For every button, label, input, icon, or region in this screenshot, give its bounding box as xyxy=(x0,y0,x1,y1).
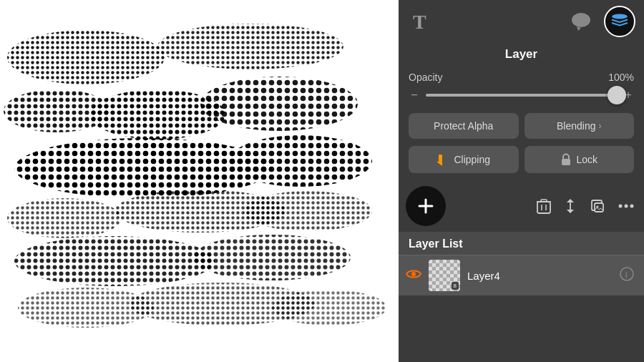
svg-point-17 xyxy=(272,290,386,326)
layer-actions xyxy=(456,198,634,214)
svg-rect-24 xyxy=(562,159,570,165)
svg-marker-34 xyxy=(567,210,574,213)
clipping-button[interactable]: Clipping xyxy=(409,146,519,173)
bottom-actions xyxy=(399,180,644,232)
svg-marker-23 xyxy=(436,162,442,166)
protect-blending-row: Protect Alpha Blending › xyxy=(399,109,644,145)
svg-marker-33 xyxy=(567,199,574,202)
svg-text:T: T xyxy=(413,11,426,31)
speech-bubble-icon[interactable] xyxy=(567,7,595,36)
layer-list-header: Layer List xyxy=(399,232,644,255)
lock-button[interactable]: Lock xyxy=(525,146,635,173)
svg-rect-27 xyxy=(537,202,550,213)
svg-point-13 xyxy=(14,236,215,286)
svg-point-12 xyxy=(243,191,372,231)
more-options-button[interactable] xyxy=(618,204,634,208)
add-layer-button[interactable] xyxy=(406,186,446,226)
layer-info-button[interactable]: i xyxy=(620,267,634,285)
text-tool-icon[interactable]: T xyxy=(407,7,436,36)
clipping-icon xyxy=(436,153,449,166)
lock-icon xyxy=(560,153,572,166)
layer-item: 8 Layer4 i xyxy=(399,255,644,295)
clipping-lock-row: Clipping Lock xyxy=(399,145,644,180)
opacity-value: 100% xyxy=(607,72,634,83)
opacity-decrease-button[interactable]: − xyxy=(409,89,420,102)
svg-point-4 xyxy=(157,24,343,69)
svg-rect-36 xyxy=(595,203,603,212)
opacity-label: Opacity xyxy=(409,72,452,83)
layer-visibility-toggle[interactable] xyxy=(406,268,421,283)
layer-name[interactable]: Layer4 xyxy=(467,270,613,282)
move-layer-button[interactable] xyxy=(564,198,577,214)
svg-point-7 xyxy=(200,77,358,131)
svg-point-10 xyxy=(7,198,122,238)
canvas-area xyxy=(0,0,399,362)
layers-button[interactable] xyxy=(604,6,635,37)
svg-point-3 xyxy=(7,30,165,84)
svg-rect-29 xyxy=(541,200,547,202)
protect-alpha-button[interactable]: Protect Alpha xyxy=(409,113,519,139)
svg-point-14 xyxy=(193,235,351,280)
svg-point-39 xyxy=(625,205,628,208)
blending-button[interactable]: Blending › xyxy=(525,113,635,139)
opacity-row: Opacity 100% xyxy=(399,69,644,89)
delete-layer-button[interactable] xyxy=(537,198,551,214)
top-toolbar: T xyxy=(399,0,644,43)
duplicate-layer-button[interactable] xyxy=(590,198,605,214)
svg-text:i: i xyxy=(625,269,628,280)
svg-point-40 xyxy=(630,205,634,208)
right-panel: T Layer Opacity 100% − xyxy=(399,0,644,362)
opacity-slider[interactable] xyxy=(426,94,617,97)
svg-point-9 xyxy=(229,135,372,187)
svg-point-41 xyxy=(411,272,416,276)
layer-thumbnail: 8 xyxy=(429,260,460,291)
svg-point-19 xyxy=(572,13,590,27)
svg-rect-22 xyxy=(439,155,442,162)
panel-title: Layer xyxy=(399,43,644,69)
layer-badge: 8 xyxy=(452,282,459,290)
blending-chevron-icon: › xyxy=(599,121,602,131)
svg-point-21 xyxy=(612,14,628,19)
svg-point-38 xyxy=(619,205,623,208)
